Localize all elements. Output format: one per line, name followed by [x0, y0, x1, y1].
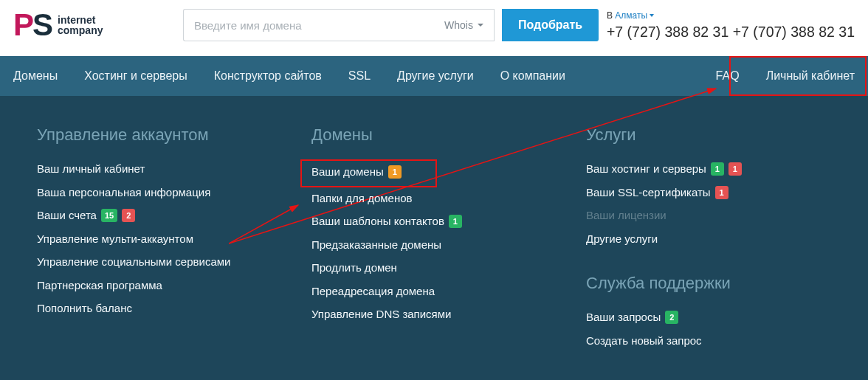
menu-item-affiliate[interactable]: Партнерская программа: [37, 277, 282, 294]
menu-item-new-ticket[interactable]: Создать новый запрос: [586, 333, 831, 350]
badge: 2: [665, 311, 678, 324]
search-button[interactable]: Подобрать: [502, 9, 599, 41]
menu-item-social[interactable]: Управление социальными сервисами: [37, 254, 282, 271]
whois-dropdown[interactable]: Whois: [434, 9, 495, 41]
contact-block: В Алматы +7 (727) 388 82 31 +7 (707) 388…: [607, 10, 855, 41]
badge: 2: [122, 209, 135, 222]
nav-about[interactable]: О компании: [487, 56, 579, 96]
menu-item-dns[interactable]: Управление DNS записями: [311, 306, 557, 323]
nav-account[interactable]: Личный кабинет: [753, 56, 868, 96]
chevron-down-icon: [478, 24, 483, 27]
badge: 1: [728, 162, 742, 176]
mega-col-account: Управление аккаунтом Ваш личный кабинет …: [37, 125, 282, 356]
phones: +7 (727) 388 82 31 +7 (707) 388 82 31: [607, 24, 855, 41]
col-title: Домены: [311, 125, 557, 145]
col-title: Управление аккаунтом: [37, 125, 282, 145]
whois-label: Whois: [444, 9, 473, 41]
col-title-support: Служба поддержки: [586, 274, 831, 293]
nav-hosting[interactable]: Хостинг и серверы: [71, 56, 201, 96]
domain-search-input[interactable]: [183, 9, 434, 41]
menu-item-renew[interactable]: Продлить домен: [311, 260, 557, 277]
menu-item-invoices[interactable]: Ваши счета 15 2: [37, 207, 282, 224]
logo-text: internet company: [58, 15, 103, 35]
col-title: Услуги: [586, 125, 831, 145]
phone-2: +7 (707) 388 82 31: [733, 24, 855, 40]
menu-item-licenses: Ваши лицензии: [586, 207, 831, 224]
main-nav: Домены Хостинг и серверы Конструктор сай…: [0, 56, 868, 96]
mega-menu: Управление аккаунтом Ваш личный кабинет …: [0, 96, 868, 380]
city-prefix: В: [607, 10, 615, 21]
nav-faq[interactable]: FAQ: [703, 56, 753, 96]
menu-item-cabinet[interactable]: Ваш личный кабинет: [37, 161, 282, 178]
chevron-down-icon: [650, 14, 654, 17]
logo-line1: internet: [58, 15, 103, 25]
menu-item-redirect[interactable]: Переадресация домена: [311, 283, 557, 300]
logo[interactable]: PS internet company: [13, 7, 161, 43]
domain-search: Whois Подобрать: [183, 9, 599, 41]
city-selector[interactable]: В Алматы: [607, 10, 855, 21]
badge: 1: [388, 165, 402, 179]
menu-item-topup[interactable]: Пополнить баланс: [37, 300, 282, 317]
menu-item-other[interactable]: Другие услуги: [586, 231, 831, 248]
nav-other-services[interactable]: Другие услуги: [384, 56, 487, 96]
menu-item-hosting[interactable]: Ваш хостинг и серверы 1 1: [586, 161, 831, 178]
phone-1: +7 (727) 388 82 31: [607, 24, 728, 40]
logo-mark: PS: [13, 7, 52, 43]
menu-item-multiacct[interactable]: Управление мульти-аккаунтом: [37, 231, 282, 248]
nav-ssl[interactable]: SSL: [335, 56, 384, 96]
nav-sitebuilder[interactable]: Конструктор сайтов: [201, 56, 335, 96]
badge: 15: [101, 209, 117, 222]
badge: 1: [715, 186, 728, 199]
menu-item-sslcerts[interactable]: Ваши SSL-сертификаты 1: [586, 184, 831, 201]
menu-item-contact-tmpl[interactable]: Ваши шаблоны контактов 1: [311, 213, 557, 230]
mega-col-services: Услуги Ваш хостинг и серверы 1 1 Ваши SS…: [586, 125, 831, 356]
nav-domains[interactable]: Домены: [0, 56, 71, 96]
logo-line2: company: [58, 25, 103, 35]
badge: 1: [711, 162, 724, 176]
menu-item-preorder[interactable]: Предзаказанные домены: [311, 237, 557, 254]
top-bar: PS internet company Whois Подобрать В Ал…: [0, 0, 868, 56]
menu-item-tickets[interactable]: Ваши запросы 2: [586, 309, 831, 326]
menu-item-domain-folders[interactable]: Папки для доменов: [311, 190, 557, 207]
mega-col-domains: Домены Ваши домены 1 Папки для доменов В…: [311, 125, 557, 356]
menu-item-personal[interactable]: Ваша персональная информация: [37, 184, 282, 201]
menu-item-your-domains[interactable]: Ваши домены 1: [307, 161, 557, 184]
city-name[interactable]: Алматы: [615, 10, 647, 21]
badge: 1: [449, 215, 462, 228]
